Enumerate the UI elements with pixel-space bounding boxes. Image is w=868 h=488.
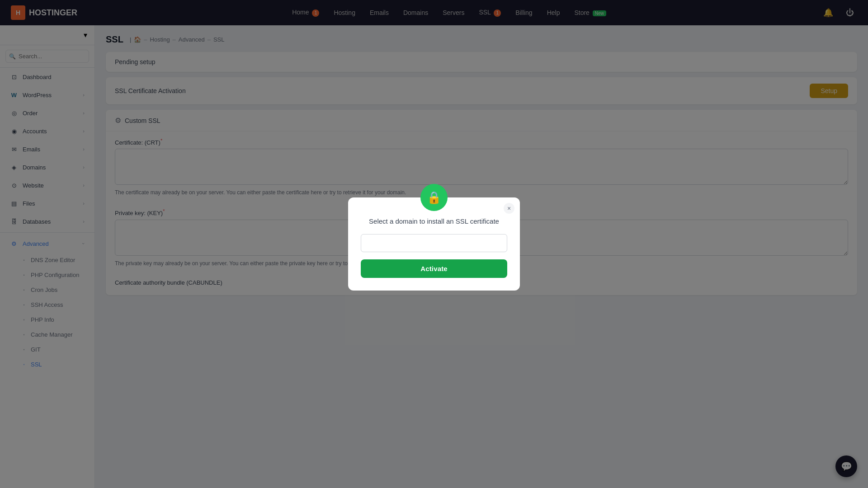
modal-close-button[interactable]: × <box>504 203 514 214</box>
domain-select-input[interactable] <box>361 234 507 252</box>
activate-button[interactable]: Activate <box>361 259 507 278</box>
modal-overlay[interactable]: 🔒 × Select a domain to install an SSL ce… <box>0 0 868 488</box>
modal-title: Select a domain to install an SSL certif… <box>369 217 499 225</box>
lock-icon: 🔒 <box>427 191 441 205</box>
ssl-domain-modal: 🔒 × Select a domain to install an SSL ce… <box>348 197 520 291</box>
modal-lock-icon-wrap: 🔒 <box>420 184 448 211</box>
